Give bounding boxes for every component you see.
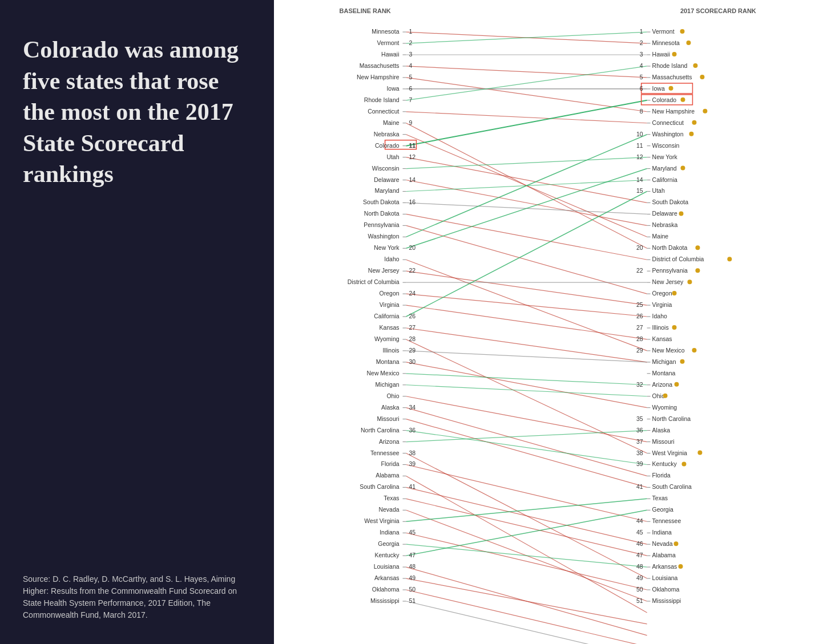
- svg-point-277: [672, 325, 677, 330]
- svg-text:New Mexico: New Mexico: [652, 347, 685, 354]
- svg-text:Washington: Washington: [368, 233, 400, 240]
- svg-text:District of Columbia: District of Columbia: [652, 256, 704, 262]
- svg-text:Florida: Florida: [381, 461, 400, 467]
- svg-text:28: 28: [409, 336, 416, 342]
- svg-text:West Virginia: West Virginia: [652, 450, 687, 456]
- svg-text:Colorado: Colorado: [652, 97, 677, 103]
- svg-text:20: 20: [409, 245, 416, 251]
- source-citation: Source: D. C. Radley, D. McCarthy, and S…: [23, 573, 251, 621]
- svg-text:39: 39: [409, 461, 416, 467]
- svg-text:Nevada: Nevada: [378, 507, 399, 513]
- svg-text:South Carolina: South Carolina: [360, 484, 399, 490]
- svg-text:New Hampshire: New Hampshire: [357, 74, 400, 80]
- slope-chart: BASELINE RANK 2017 SCORECARD RANK: [274, 0, 815, 644]
- svg-text:Tennessee: Tennessee: [370, 450, 400, 456]
- svg-text:45: 45: [636, 529, 643, 536]
- svg-text:Illinois: Illinois: [382, 347, 399, 354]
- svg-text:Alaska: Alaska: [652, 427, 671, 434]
- svg-text:Minnesota: Minnesota: [372, 29, 399, 35]
- svg-text:14: 14: [409, 177, 416, 183]
- svg-point-235: [680, 166, 685, 171]
- svg-line-25: [406, 294, 647, 317]
- svg-text:29: 29: [636, 347, 643, 354]
- svg-text:Tennessee: Tennessee: [652, 518, 681, 524]
- svg-line-45: [406, 499, 647, 521]
- svg-line-32: [406, 374, 647, 385]
- svg-text:47: 47: [636, 552, 643, 558]
- svg-point-296: [663, 394, 668, 398]
- svg-text:New Hampshire: New Hampshire: [652, 108, 695, 115]
- svg-text:Maryland: Maryland: [374, 188, 399, 194]
- main-container: Colorado was among five states that rose…: [0, 0, 815, 644]
- svg-text:Wisconsin: Wisconsin: [372, 165, 400, 172]
- svg-text:New Jersey: New Jersey: [652, 279, 684, 285]
- left-panel: Colorado was among five states that rose…: [0, 0, 274, 644]
- svg-text:30: 30: [409, 359, 416, 365]
- svg-line-34: [406, 396, 647, 442]
- svg-text:41: 41: [409, 484, 416, 490]
- svg-text:24: 24: [409, 290, 416, 297]
- svg-text:North Dakota: North Dakota: [652, 245, 688, 251]
- svg-text:12: 12: [636, 154, 643, 160]
- svg-point-284: [692, 348, 696, 353]
- svg-line-21: [406, 169, 647, 249]
- svg-text:BASELINE RANK: BASELINE RANK: [340, 7, 391, 14]
- svg-text:Idaho: Idaho: [384, 256, 399, 262]
- svg-text:3: 3: [640, 51, 643, 58]
- svg-text:1: 1: [640, 29, 643, 35]
- svg-text:Indiana: Indiana: [652, 529, 672, 536]
- svg-text:41: 41: [636, 484, 643, 490]
- svg-text:Nebraska: Nebraska: [652, 222, 678, 228]
- svg-line-36: [406, 419, 647, 488]
- chart-panel: BASELINE RANK 2017 SCORECARD RANK: [274, 0, 815, 644]
- svg-text:48: 48: [636, 564, 643, 570]
- svg-text:10: 10: [636, 131, 643, 137]
- svg-text:South Dakota: South Dakota: [652, 199, 689, 205]
- svg-line-35: [406, 408, 647, 476]
- svg-text:7: 7: [409, 97, 413, 103]
- svg-text:Massachusetts: Massachusetts: [652, 74, 692, 80]
- svg-point-222: [692, 120, 696, 125]
- svg-line-31: [406, 362, 647, 408]
- svg-text:Mississippi: Mississippi: [370, 598, 400, 604]
- svg-text:Kansas: Kansas: [380, 325, 400, 331]
- svg-text:North Dakota: North Dakota: [364, 210, 400, 217]
- svg-text:6: 6: [640, 86, 643, 92]
- svg-point-267: [672, 291, 677, 295]
- svg-text:California: California: [374, 313, 399, 319]
- svg-text:22: 22: [409, 268, 416, 274]
- svg-text:8: 8: [640, 108, 643, 115]
- svg-text:38: 38: [636, 450, 643, 456]
- chart-container: BASELINE RANK 2017 SCORECARD RANK: [274, 0, 815, 644]
- svg-text:11: 11: [636, 143, 643, 149]
- svg-text:4: 4: [409, 63, 413, 69]
- svg-line-37: [406, 431, 647, 465]
- svg-text:Missouri: Missouri: [377, 416, 400, 422]
- svg-text:Illinois: Illinois: [652, 325, 669, 331]
- svg-text:Ohio: Ohio: [652, 393, 665, 399]
- svg-text:Nevada: Nevada: [652, 541, 673, 547]
- svg-text:15: 15: [636, 188, 643, 194]
- svg-text:Florida: Florida: [652, 472, 671, 479]
- svg-text:39: 39: [636, 461, 643, 467]
- svg-text:California: California: [652, 177, 677, 183]
- title-section: Colorado was among five states that rose…: [23, 34, 251, 190]
- svg-text:New York: New York: [652, 154, 678, 160]
- svg-line-28: [406, 328, 647, 362]
- svg-line-50: [406, 578, 647, 624]
- svg-text:22: 22: [636, 268, 643, 274]
- svg-text:South Carolina: South Carolina: [652, 484, 692, 490]
- svg-text:North Carolina: North Carolina: [652, 416, 691, 422]
- svg-text:Massachusetts: Massachusetts: [360, 63, 400, 69]
- svg-text:29: 29: [409, 347, 416, 354]
- svg-rect-208: [641, 83, 693, 94]
- svg-text:Wyoming: Wyoming: [374, 336, 400, 342]
- svg-text:Maryland: Maryland: [652, 165, 677, 172]
- svg-point-219: [703, 109, 707, 114]
- svg-line-46: [406, 533, 647, 590]
- svg-point-264: [687, 280, 692, 284]
- svg-text:Mississippi: Mississippi: [652, 598, 681, 604]
- svg-line-40: [406, 464, 647, 521]
- svg-text:New Jersey: New Jersey: [368, 268, 400, 274]
- svg-text:26: 26: [409, 313, 416, 319]
